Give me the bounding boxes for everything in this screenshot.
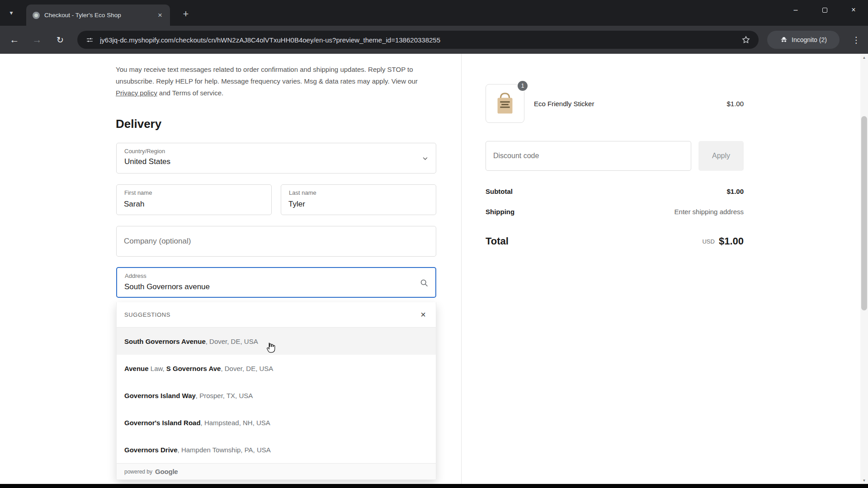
order-line-item: 1 Eco Friendly Sticker $1.00 bbox=[486, 84, 744, 123]
back-button[interactable]: ← bbox=[5, 31, 24, 49]
address-input[interactable] bbox=[117, 268, 435, 297]
bookmark-star-icon[interactable] bbox=[740, 33, 752, 46]
close-icon[interactable]: × bbox=[418, 310, 429, 320]
close-window-button[interactable]: × bbox=[839, 0, 868, 20]
browser-titlebar: ▾ Checkout - Tyler's Eco Shop × + – × bbox=[0, 0, 868, 26]
total-label: Total bbox=[486, 235, 509, 247]
tote-bag-image bbox=[491, 89, 519, 117]
product-name: Eco Friendly Sticker bbox=[524, 100, 726, 108]
shipping-value: Enter shipping address bbox=[675, 208, 744, 216]
reload-button[interactable]: ↻ bbox=[51, 31, 69, 49]
country-label: Country/Region bbox=[124, 148, 165, 155]
suggestions-header: SUGGESTIONS × bbox=[117, 302, 436, 328]
first-name-input[interactable] bbox=[117, 185, 271, 215]
checkout-page: You may receive text messages related to… bbox=[0, 54, 868, 484]
total-row: Total USD $1.00 bbox=[486, 235, 744, 247]
last-name-input[interactable] bbox=[281, 185, 436, 215]
currency-code: USD bbox=[702, 238, 714, 245]
browser-toolbar: ← → ↻ jy63jq-dc.myshopify.com/checkouts/… bbox=[0, 26, 868, 54]
column-divider bbox=[461, 54, 462, 484]
url-text[interactable]: jy63jq-dc.myshopify.com/checkouts/cn/hWN… bbox=[100, 36, 740, 44]
suggestion-item[interactable]: South Governors Avenue, Dover, DE, USA bbox=[117, 328, 436, 355]
suggestion-item[interactable]: Governors Drive, Hampden Township, PA, U… bbox=[117, 436, 436, 463]
site-settings-icon[interactable] bbox=[84, 34, 95, 46]
page-scrollbar[interactable]: ▲ ▼ bbox=[860, 54, 868, 484]
google-logo: Google bbox=[155, 468, 178, 475]
product-price: $1.00 bbox=[726, 100, 744, 108]
subtotal-row: Subtotal $1.00 bbox=[486, 188, 744, 195]
discount-code-input[interactable] bbox=[486, 141, 691, 171]
scrollbar-thumb[interactable] bbox=[861, 116, 867, 310]
privacy-policy-link[interactable]: Privacy policy bbox=[116, 89, 157, 97]
sms-consent-notice: You may receive text messages related to… bbox=[116, 64, 432, 99]
scroll-down-arrow[interactable]: ▼ bbox=[860, 477, 868, 484]
new-tab-button[interactable]: + bbox=[179, 7, 193, 21]
suggestion-item[interactable]: Avenue Law, S Governors Ave, Dover, DE, … bbox=[117, 355, 436, 382]
browser-menu-button[interactable]: ⋮ bbox=[847, 31, 865, 49]
total-value: $1.00 bbox=[719, 235, 744, 247]
apply-discount-button[interactable]: Apply bbox=[698, 141, 744, 171]
tab-search-button[interactable]: ▾ bbox=[5, 6, 18, 19]
incognito-icon bbox=[780, 36, 788, 44]
first-name-field: First name bbox=[116, 184, 272, 215]
company-input[interactable] bbox=[117, 226, 436, 256]
search-icon bbox=[420, 278, 429, 289]
forward-button[interactable]: → bbox=[28, 31, 46, 49]
discount-section: Apply bbox=[486, 141, 744, 171]
restore-icon bbox=[822, 8, 827, 13]
last-name-field: Last name bbox=[281, 184, 436, 215]
tab-title: Checkout - Tyler's Eco Shop bbox=[44, 12, 152, 19]
address-bar[interactable]: jy63jq-dc.myshopify.com/checkouts/cn/hWN… bbox=[77, 31, 759, 49]
company-field bbox=[116, 226, 436, 257]
suggestions-title: SUGGESTIONS bbox=[124, 311, 170, 318]
maximize-button[interactable] bbox=[810, 0, 839, 20]
country-value: United States bbox=[124, 157, 170, 166]
bottom-black-bar bbox=[0, 484, 868, 488]
minimize-button[interactable]: – bbox=[781, 0, 810, 20]
browser-tab[interactable]: Checkout - Tyler's Eco Shop × bbox=[26, 5, 170, 26]
country-select[interactable]: Country/Region United States bbox=[116, 143, 436, 174]
address-field: Address bbox=[116, 267, 436, 298]
powered-by-google: powered by Google bbox=[117, 463, 436, 479]
chevron-down-icon: ▾ bbox=[9, 9, 13, 16]
tab-favicon-icon bbox=[33, 12, 40, 19]
incognito-badge: Incognito (2) bbox=[767, 31, 840, 49]
product-thumbnail: 1 bbox=[486, 84, 524, 123]
chevron-down-icon bbox=[422, 155, 429, 164]
address-suggestions-dropdown: SUGGESTIONS × South Governors Avenue, Do… bbox=[116, 302, 436, 480]
suggestion-item[interactable]: Governor's Island Road, Hampstead, NH, U… bbox=[117, 409, 436, 436]
subtotal-value: $1.00 bbox=[726, 188, 744, 195]
shipping-row: Shipping Enter shipping address bbox=[486, 208, 744, 216]
terms-text: Terms of service bbox=[172, 89, 222, 97]
incognito-label: Incognito (2) bbox=[792, 36, 827, 43]
suggestion-item[interactable]: Governors Island Way, Prosper, TX, USA bbox=[117, 382, 436, 409]
shipping-label: Shipping bbox=[486, 208, 514, 216]
delivery-section-title: Delivery bbox=[116, 117, 161, 131]
window-controls: – × bbox=[781, 0, 868, 20]
tab-close-button[interactable]: × bbox=[156, 11, 165, 20]
quantity-badge: 1 bbox=[517, 80, 528, 92]
scroll-up-arrow[interactable]: ▲ bbox=[860, 54, 868, 61]
subtotal-label: Subtotal bbox=[486, 188, 513, 195]
